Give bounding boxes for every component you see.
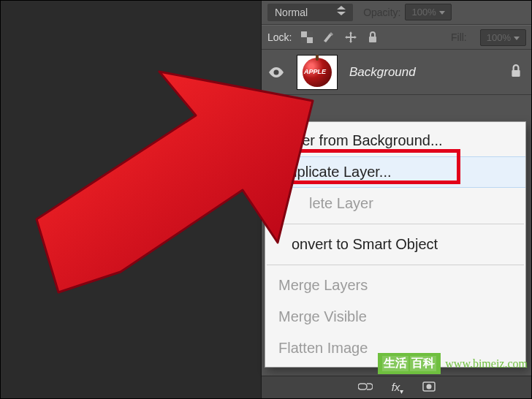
svg-point-5 [274, 69, 279, 75]
lock-transparency-icon[interactable] [300, 31, 314, 44]
menu-item-convert-smart-object[interactable]: onvert to Smart Object [265, 229, 525, 260]
svg-rect-2 [307, 31, 313, 37]
link-layers-icon[interactable] [358, 382, 373, 393]
menu-separator [267, 224, 524, 224]
mask-icon[interactable] [422, 381, 436, 394]
menu-separator [267, 265, 524, 265]
menu-item-duplicate-layer[interactable]: Duplicate Layer... [265, 156, 525, 188]
apple-icon: APPLE [303, 58, 332, 87]
blend-mode-value: Normal [275, 7, 308, 18]
fx-icon[interactable]: fx▾ [392, 381, 404, 395]
layers-panel-footer: fx▾ [262, 376, 532, 399]
layer-thumbnail[interactable]: APPLE [297, 55, 338, 90]
blend-opacity-row: Normal Opacity: 100% [262, 0, 532, 25]
watermark-url: www.bimeiz.com [445, 357, 528, 370]
lock-icon [510, 64, 522, 80]
svg-point-8 [427, 384, 432, 390]
document-canvas[interactable] [0, 0, 262, 399]
layer-name[interactable]: Background [349, 65, 510, 80]
chevron-down-icon [439, 11, 445, 15]
lock-position-icon[interactable] [344, 31, 357, 44]
svg-rect-0 [301, 31, 307, 37]
svg-rect-6 [512, 70, 520, 77]
fill-label: Fill: [451, 31, 467, 43]
watermark: 生活百科 www.bimeiz.com [378, 353, 528, 374]
chevron-down-icon [514, 37, 520, 40]
blend-mode-dropdown[interactable]: Normal [267, 4, 353, 21]
layer-context-menu: Layer from Background... Duplicate Layer… [265, 121, 526, 368]
visibility-eye-icon[interactable] [267, 67, 285, 77]
fill-value[interactable]: 100% [480, 29, 526, 46]
menu-item-layer-from-background[interactable]: Layer from Background... [265, 125, 525, 156]
svg-rect-4 [369, 37, 376, 42]
menu-item-merge-visible: Merge Visible [265, 301, 525, 332]
opacity-label: Opacity: [363, 7, 400, 18]
svg-rect-1 [307, 37, 313, 43]
lock-label: Lock: [267, 31, 292, 43]
svg-rect-3 [301, 37, 307, 43]
lock-all-icon[interactable] [366, 31, 379, 44]
menu-item-merge-layers: Merge Layers [265, 270, 525, 301]
layer-row-background[interactable]: APPLE Background [262, 50, 532, 95]
lock-row: Lock: Fill: 100% [262, 25, 532, 50]
opacity-value[interactable]: 100% [405, 4, 451, 20]
watermark-badge: 生活百科 [378, 353, 441, 374]
menu-item-delete-layer: lete Layer [265, 188, 525, 219]
lock-pixels-icon[interactable] [322, 31, 335, 44]
